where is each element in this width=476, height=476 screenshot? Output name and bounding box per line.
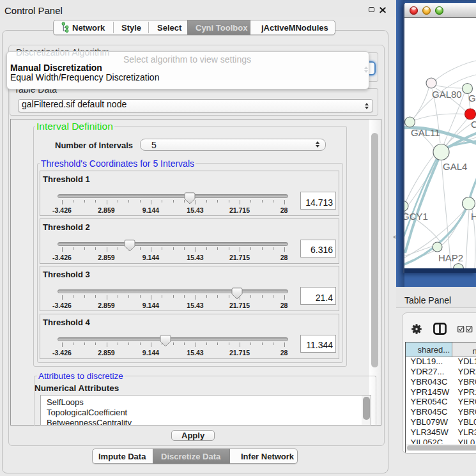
svg-text:GAL11: GAL11 — [411, 127, 440, 138]
svg-text:GAL80: GAL80 — [432, 88, 462, 99]
svg-text:G.: G. — [468, 93, 476, 104]
svg-text:C: C — [471, 119, 476, 130]
svg-text:GCY1: GCY1 — [404, 211, 428, 222]
svg-text:HAP2: HAP2 — [438, 252, 463, 263]
svg-text:H: H — [471, 211, 476, 222]
svg-text:GAL4: GAL4 — [443, 161, 467, 172]
